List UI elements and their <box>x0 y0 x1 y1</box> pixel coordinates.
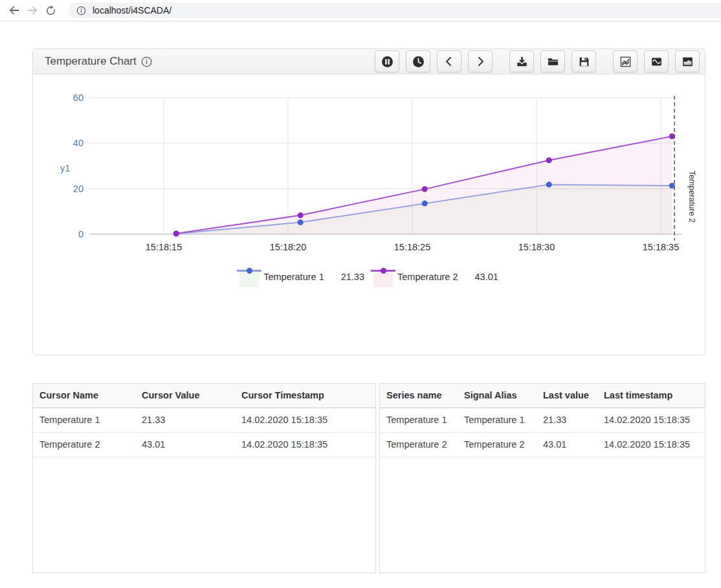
column-header: Cursor Value <box>135 384 235 408</box>
data-point[interactable] <box>422 186 428 192</box>
x-tick-label: 15:18:20 <box>270 242 306 252</box>
table-row[interactable]: Temperature 2Temperature 243.0114.02.202… <box>380 432 705 457</box>
y-tick-label: 0 <box>78 229 83 239</box>
table-cell: 14.02.2020 15:18:35 <box>235 408 375 432</box>
table-cell: Temperature 2 <box>33 432 135 457</box>
panel-header: Temperature Chart <box>33 49 705 74</box>
line-chart-icon <box>619 56 632 68</box>
info-icon[interactable] <box>141 56 152 67</box>
table-header-row: Series nameSignal AliasLast valueLast ti… <box>380 384 705 408</box>
line-chart-mode-button[interactable] <box>613 50 638 72</box>
legend-item[interactable]: Temperature 121.33 <box>239 268 364 287</box>
trend-chart[interactable]: 020406015:18:1515:18:2015:18:2515:18:301… <box>33 74 705 259</box>
x-tick-label: 15:18:15 <box>146 242 182 252</box>
chart-legend: Temperature 121.33Temperature 243.01 <box>33 268 705 287</box>
table-header-row: Cursor NameCursor ValueCursor Timestamp <box>33 384 375 408</box>
save-icon <box>578 56 590 68</box>
legend-item[interactable]: Temperature 243.01 <box>373 268 498 287</box>
x-tick-label: 15:18:30 <box>518 242 555 252</box>
cursor-table-card: Cursor NameCursor ValueCursor Timestamp … <box>32 383 376 573</box>
pause-icon <box>381 56 394 68</box>
step-back-button[interactable] <box>437 50 461 72</box>
table-row[interactable]: Temperature 243.0114.02.2020 15:18:35 <box>33 432 375 457</box>
time-range-button[interactable] <box>406 50 430 72</box>
column-header: Last value <box>537 384 597 408</box>
table-cell: 21.33 <box>135 408 235 432</box>
table-cell: 43.01 <box>135 432 235 457</box>
legend-series-name: Temperature 1 <box>263 272 324 282</box>
table-cell: 43.01 <box>537 432 597 457</box>
y-tick-label: 20 <box>73 184 83 194</box>
legend-dot-marker <box>247 268 252 274</box>
data-point[interactable] <box>422 201 428 206</box>
series-table-card: Series nameSignal AliasLast valueLast ti… <box>379 383 705 573</box>
address-bar[interactable]: localhost/i4SCADA/ <box>69 3 721 18</box>
table-cell: 14.02.2020 15:18:35 <box>597 408 705 432</box>
column-header: Cursor Name <box>33 384 135 408</box>
folder-icon <box>547 56 559 68</box>
playback-button-group <box>375 50 493 72</box>
panel-title: Temperature Chart <box>45 55 152 68</box>
clock-icon <box>412 56 425 68</box>
x-tick-label: 15:18:25 <box>394 242 430 252</box>
data-point[interactable] <box>173 230 179 236</box>
table-cell: Temperature 2 <box>380 432 458 457</box>
browser-chrome: localhost/i4SCADA/ <box>0 0 721 21</box>
legend-series-value: 21.33 <box>341 272 364 282</box>
forward-arrow-icon <box>27 5 38 16</box>
sine-wave-icon <box>650 56 663 68</box>
area-chart-mode-button[interactable] <box>675 50 700 72</box>
column-header: Signal Alias <box>458 384 537 408</box>
legend-swatch <box>373 270 393 287</box>
table-cell: Temperature 1 <box>380 408 458 432</box>
chevron-right-icon <box>474 56 486 67</box>
browser-back-button[interactable] <box>5 1 23 19</box>
data-point[interactable] <box>298 212 304 218</box>
pause-button[interactable] <box>375 50 399 72</box>
table-cell: 21.33 <box>537 408 597 432</box>
data-point[interactable] <box>546 157 552 163</box>
y-tick-label: 40 <box>73 138 83 148</box>
cursor-label: Temperature 2 <box>687 171 696 223</box>
temperature-chart-panel: Temperature Chart <box>32 49 705 355</box>
chevron-left-icon <box>443 56 455 67</box>
back-arrow-icon <box>8 5 20 16</box>
table-row[interactable]: Temperature 1Temperature 121.3314.02.202… <box>380 408 705 432</box>
table-row[interactable]: Temperature 121.3314.02.2020 15:18:35 <box>33 408 375 432</box>
column-header: Series name <box>380 384 458 408</box>
legend-series-value: 43.01 <box>475 272 498 282</box>
table-cell: Temperature 2 <box>458 432 537 457</box>
url-text: localhost/i4SCADA/ <box>93 5 172 16</box>
step-forward-button[interactable] <box>468 50 493 72</box>
file-button-group <box>509 50 596 72</box>
chart-mode-button-group <box>613 50 700 72</box>
signal-curve-mode-button[interactable] <box>644 50 669 72</box>
reload-icon <box>45 5 56 16</box>
table-cell: 14.02.2020 15:18:35 <box>235 432 375 457</box>
chart-body: 020406015:18:1515:18:2015:18:2515:18:301… <box>33 74 705 287</box>
y-axis-title: y1 <box>60 163 70 173</box>
series-table: Series nameSignal AliasLast valueLast ti… <box>380 384 705 457</box>
data-point[interactable] <box>546 182 552 188</box>
export-download-button[interactable] <box>509 50 534 72</box>
browser-forward-button[interactable] <box>23 1 41 19</box>
download-icon <box>516 56 528 68</box>
panel-title-text: Temperature Chart <box>45 55 137 68</box>
column-header: Cursor Timestamp <box>235 384 375 408</box>
cursor-table: Cursor NameCursor ValueCursor Timestamp … <box>33 384 375 457</box>
open-folder-button[interactable] <box>540 50 565 72</box>
column-header: Last timestamp <box>597 384 705 408</box>
browser-reload-button[interactable] <box>41 1 60 19</box>
x-tick-label: 15:18:35 <box>643 242 679 252</box>
data-point[interactable] <box>298 219 304 225</box>
area-chart-icon <box>682 56 694 68</box>
chart-toolbar <box>375 50 700 72</box>
legend-swatch <box>239 270 259 287</box>
legend-series-name: Temperature 2 <box>397 272 458 282</box>
y-tick-label: 60 <box>73 93 83 103</box>
table-cell: 14.02.2020 15:18:35 <box>597 432 705 457</box>
legend-dot-marker <box>381 268 386 274</box>
save-button[interactable] <box>571 50 596 72</box>
table-cell: Temperature 1 <box>458 408 537 432</box>
page-info-icon <box>76 6 86 16</box>
